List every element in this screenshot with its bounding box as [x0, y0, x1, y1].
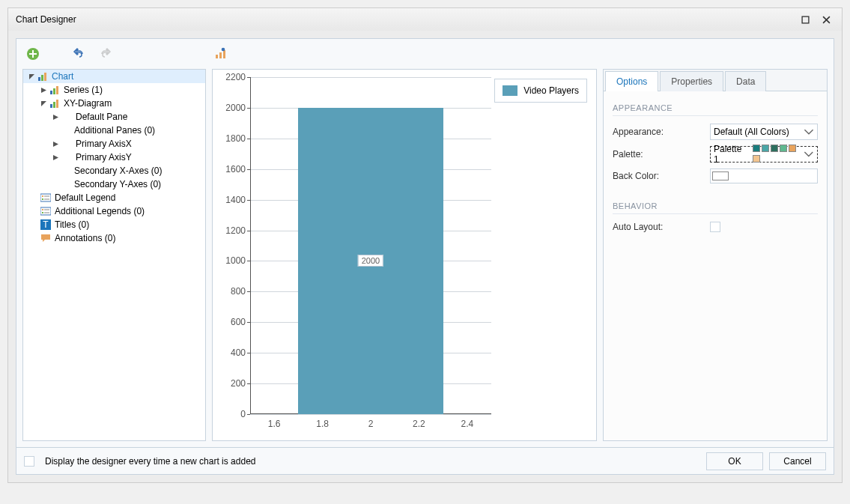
svg-rect-19 — [42, 209, 43, 210]
show-designer-checkbox[interactable] — [24, 456, 34, 467]
legend-icon — [40, 192, 52, 204]
bar-value-label: 2000 — [358, 255, 383, 267]
auto-layout-label: Auto Layout: — [613, 222, 710, 232]
bar: 2000 — [298, 108, 443, 414]
cancel-button[interactable]: Cancel — [769, 452, 826, 470]
footer: Display the designer every time a new ch… — [16, 447, 834, 474]
svg-rect-13 — [53, 102, 55, 108]
y-tick-label: 200 — [220, 378, 246, 389]
svg-rect-16 — [42, 195, 43, 197]
change-chart-type-button[interactable] — [211, 45, 229, 63]
svg-rect-14 — [56, 100, 58, 108]
section-behavior: BEHAVIOR — [613, 201, 818, 214]
x-tick-label: 1.6 — [268, 419, 281, 429]
toolbar — [16, 39, 834, 69]
show-designer-label: Display the designer every time a new ch… — [45, 456, 255, 467]
palette-swatch — [762, 145, 769, 152]
tree-node-default-legend[interactable]: Default Legend — [23, 191, 205, 204]
y-tick-label: 1800 — [220, 133, 246, 144]
backcolor-picker[interactable] — [710, 168, 818, 183]
tree-node-xydiagram[interactable]: XY-Diagram — [23, 97, 205, 110]
expand-icon[interactable] — [52, 140, 59, 148]
tree-node-additional-legends[interactable]: Additional Legends (0) — [23, 204, 205, 218]
y-tick-label: 600 — [220, 317, 246, 327]
palette-swatch — [780, 145, 787, 152]
redo-button — [96, 45, 114, 63]
tab-properties[interactable]: Properties — [660, 71, 723, 91]
svg-rect-10 — [53, 88, 55, 94]
svg-rect-3 — [219, 52, 222, 58]
legend-icon — [40, 205, 52, 217]
tree-label: Secondary X-Axes (0) — [74, 166, 162, 176]
undo-button[interactable] — [70, 45, 88, 63]
tree-node-primary-axisy[interactable]: Primary AxisY — [23, 151, 205, 164]
tree-label: Primary AxisY — [76, 152, 132, 163]
tree-label: Annotations (0) — [55, 233, 115, 243]
y-tick-label: 1000 — [220, 255, 246, 266]
expand-icon[interactable] — [40, 100, 47, 107]
tree-node-chart[interactable]: Chart — [23, 70, 205, 83]
tree-node-primary-axisx[interactable]: Primary AxisX — [23, 137, 205, 151]
tree-node-sec-x[interactable]: Secondary X-Axes (0) — [23, 164, 205, 177]
chevron-down-icon — [804, 127, 814, 137]
bars-icon — [49, 97, 61, 109]
ok-button[interactable]: OK — [706, 452, 763, 470]
tree-label: XY-Diagram — [64, 98, 112, 109]
expand-icon[interactable] — [28, 73, 35, 80]
svg-rect-4 — [223, 50, 225, 58]
maximize-button[interactable] — [797, 11, 813, 28]
x-tick-label: 2.2 — [413, 419, 425, 429]
title-bar: Chart Designer — [8, 8, 842, 31]
svg-rect-7 — [41, 75, 43, 81]
color-swatch — [712, 171, 729, 180]
tree-node-default-pane[interactable]: Default Pane — [23, 110, 205, 124]
y-tick-label: 400 — [220, 347, 246, 358]
properties-panel: Options Properties Data APPEARANCE Appea… — [603, 69, 828, 441]
tree-node-sec-y[interactable]: Secondary Y-Axes (0) — [23, 177, 205, 191]
svg-rect-20 — [42, 212, 43, 213]
section-appearance: APPEARANCE — [613, 103, 818, 116]
tree-node-annotations[interactable]: Annotations (0) — [23, 231, 205, 245]
palette-value: Palette 1 — [714, 144, 748, 165]
expand-icon[interactable] — [40, 86, 47, 94]
tree-node-additional-panes[interactable]: Additional Panes (0) — [23, 124, 205, 137]
y-tick-label: 1600 — [220, 164, 246, 174]
svg-rect-9 — [50, 91, 52, 94]
dialog-body: Chart Series (1) XY-Diagram Default Pane — [16, 38, 834, 475]
svg-rect-6 — [38, 77, 40, 81]
chart-designer-window: Chart Designer — [7, 7, 843, 483]
bars-icon — [49, 84, 61, 96]
structure-tree[interactable]: Chart Series (1) XY-Diagram Default Pane — [22, 69, 206, 441]
expand-icon[interactable] — [52, 113, 59, 121]
window-title: Chart Designer — [16, 14, 76, 25]
x-tick-label: 2.4 — [461, 419, 473, 429]
auto-layout-checkbox[interactable] — [710, 222, 720, 232]
close-button[interactable] — [818, 11, 834, 28]
annotation-icon — [40, 232, 52, 244]
y-tick-label: 2000 — [220, 103, 246, 113]
y-tick-label: 2200 — [220, 72, 246, 82]
tree-label: Series (1) — [64, 85, 103, 95]
legend: Video Players — [494, 79, 587, 103]
appearance-combo[interactable]: Default (All Colors) — [710, 124, 818, 140]
tree-label: Primary AxisX — [76, 139, 132, 149]
tab-data[interactable]: Data — [725, 71, 766, 91]
svg-rect-17 — [42, 198, 43, 200]
palette-swatch — [753, 145, 760, 152]
appearance-value: Default (All Colors) — [714, 127, 789, 137]
svg-rect-0 — [802, 16, 809, 23]
expand-icon[interactable] — [52, 154, 59, 161]
palette-label: Palette: — [613, 149, 710, 160]
chart-icon — [37, 70, 49, 82]
y-tick-label: 1200 — [220, 225, 246, 236]
tree-node-series[interactable]: Series (1) — [23, 83, 205, 97]
tab-options[interactable]: Options — [605, 71, 658, 91]
legend-swatch — [503, 85, 517, 96]
chart-preview: Video Players 02004006008001000120014001… — [212, 69, 597, 441]
tree-node-titles[interactable]: T Titles (0) — [23, 218, 205, 231]
add-button[interactable] — [24, 45, 42, 63]
tree-label: Default Pane — [76, 112, 127, 122]
palette-combo[interactable]: Palette 1 — [710, 146, 818, 163]
x-tick-label: 2 — [368, 419, 374, 429]
title-icon: T — [40, 219, 52, 231]
